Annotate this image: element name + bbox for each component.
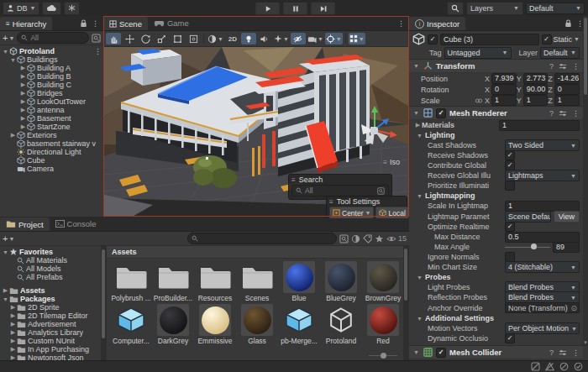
tree-item-basement[interactable]: ▶Basement (0, 114, 103, 123)
audio-toggle-button[interactable] (257, 33, 272, 45)
tree-item-exteriors[interactable]: ▶Exteriors (0, 131, 103, 139)
account-button[interactable]: DB ▼ (3, 2, 39, 15)
tag-dropdown[interactable]: Untagged▼ (444, 47, 512, 59)
tree-item-advertisement[interactable]: ▶Advertisement (0, 320, 101, 328)
foldout-arrow[interactable]: ▼ (412, 110, 420, 116)
optimize-realtime-checkbox[interactable]: ✓ (505, 222, 515, 232)
save-search-icon[interactable] (375, 234, 384, 244)
asset-item[interactable]: BrownGrey (362, 261, 404, 302)
add-object-button[interactable]: +▼ (3, 33, 14, 43)
hand-tool-button[interactable] (106, 33, 121, 45)
tab-console[interactable]: Console (50, 217, 102, 231)
kebab-menu-icon[interactable]: ⋮ (92, 19, 99, 28)
transform-header[interactable]: ▼ Transform ? ⋮ (409, 59, 583, 73)
tree-item-buildings[interactable]: ▼Buildings (0, 55, 103, 64)
tab-inspector[interactable]: i Inspector (409, 17, 465, 30)
tree-item-all-materials[interactable]: All Materials (0, 256, 101, 265)
tab-scene[interactable]: Scene (103, 17, 148, 30)
draw-mode-dropdown[interactable]: ▼ (207, 33, 224, 45)
max-angle-slider[interactable] (505, 243, 550, 251)
presets-icon[interactable] (559, 62, 567, 71)
scrollbar-thumb[interactable] (404, 249, 407, 301)
status-muted-log-icon[interactable] (531, 362, 540, 371)
help-icon[interactable]: ? (549, 348, 554, 357)
tab-game[interactable]: Game (148, 16, 195, 30)
mesh-collider-header[interactable]: ▼ ✓ Mesh Collider ? ⋮ (409, 345, 583, 359)
component-enabled-checkbox[interactable]: ✓ (436, 108, 446, 118)
help-icon[interactable]: ? (549, 62, 554, 71)
active-checkbox[interactable]: ✓ (428, 34, 438, 45)
search-window-icon[interactable] (377, 187, 385, 195)
component-enabled-checkbox[interactable]: ✓ (436, 348, 446, 358)
scrollbar-down-arrow[interactable]: ▼ (583, 340, 588, 345)
effects-dropdown[interactable]: ▼ (273, 33, 290, 45)
scale-tool-button[interactable] (154, 33, 169, 45)
inspector-scrollbar[interactable]: ▼ (583, 16, 588, 346)
camera-dropdown[interactable]: ▼ (307, 33, 324, 45)
link-scale-icon[interactable] (475, 97, 483, 105)
tree-item-custom-nunit[interactable]: ▶Custom NUnit (0, 337, 101, 345)
tree-item-packages[interactable]: ▼Packages (0, 295, 101, 303)
kebab-menu-icon[interactable]: ⋮ (572, 62, 580, 71)
presets-icon[interactable] (559, 348, 567, 357)
cast-shadows-dropdown[interactable]: Two Sided▼ (505, 139, 580, 151)
asset-item[interactable]: pb-Merge... (278, 304, 320, 345)
object-picker-icon[interactable]: ⊙ (570, 304, 577, 312)
asset-item[interactable]: Emmissive (194, 304, 236, 345)
step-button[interactable] (311, 2, 336, 15)
create-asset-button[interactable]: +▼ (3, 233, 14, 244)
receive-gi-dropdown[interactable]: Lightmaps▼ (505, 170, 580, 181)
drag-handle-icon[interactable]: ≡ (291, 176, 296, 184)
tree-item-antenna[interactable]: ▶antenna (0, 106, 103, 114)
tree-item-bridges[interactable]: ▶Bridges (0, 89, 103, 97)
assets-breadcrumb[interactable]: Assets (107, 246, 409, 259)
tab-project[interactable]: Project (0, 217, 50, 231)
lighting-toggle-button[interactable] (241, 33, 256, 45)
move-tool-button[interactable] (122, 33, 137, 45)
filter-label-icon[interactable] (363, 234, 372, 244)
scene-visibility-button[interactable] (291, 33, 306, 45)
tree-item-assets[interactable]: ▶Assets (0, 286, 101, 295)
gizmos-dropdown[interactable]: ▼ (325, 33, 343, 45)
status-muted-warning-icon[interactable] (545, 362, 554, 371)
rotation-y-field[interactable]: 90.00 (523, 84, 549, 95)
asset-item[interactable]: Resources (194, 261, 236, 302)
receive-shadows-checkbox[interactable]: ✓ (505, 150, 515, 160)
tree-item-favorites[interactable]: ▼Favorites (0, 248, 101, 256)
view-button[interactable]: View (554, 211, 580, 223)
tree-item-protoland[interactable]: ▼ Protoland ⋮ (0, 47, 103, 55)
scrollbar-thumb[interactable] (102, 249, 105, 338)
tree-item-lookouttower[interactable]: ▶LookOutTower (0, 97, 103, 106)
tab-hierarchy[interactable]: ≡ Hierarchy (0, 17, 52, 30)
project-search-input[interactable] (187, 233, 337, 244)
lightmapping-foldout[interactable]: ▼Lightmapping (409, 191, 583, 201)
lock-icon[interactable] (80, 19, 87, 28)
static-checkbox[interactable]: ✓ (542, 34, 552, 45)
reflection-probes-dropdown[interactable]: Blend Probes▼ (505, 291, 580, 303)
asset-item[interactable]: Glass (236, 304, 278, 345)
foldout-arrow[interactable]: ▶ (414, 122, 422, 128)
anchor-override-field[interactable]: None (Transform) ⊙ (505, 302, 580, 313)
grid-visibility-dropdown[interactable]: ▼ (349, 33, 365, 45)
filter-type-icon[interactable] (351, 234, 360, 244)
tree-item-directional-light[interactable]: Directional Light (0, 148, 103, 156)
drag-handle-icon[interactable]: ≡ (329, 198, 333, 206)
tree-item-startzone[interactable]: ▶StartZone (0, 123, 103, 131)
thumbnail-zoom-slider[interactable] (369, 352, 397, 359)
mesh-renderer-header[interactable]: ▼ ✓ Mesh Renderer ? ⋮ (409, 106, 583, 120)
scene-viewport[interactable]: ≡ Iso ≡ Search All ≡ (104, 47, 408, 218)
tree-item-basement-stairway[interactable]: basement stairway v (0, 139, 103, 148)
hidden-count-button[interactable]: 15 (386, 234, 407, 243)
layout-dropdown[interactable]: Default ▼ (526, 3, 585, 14)
motion-vectors-dropdown[interactable]: Per Object Motion▼ (505, 322, 580, 334)
asset-item[interactable]: ProBuilder... (152, 261, 194, 302)
scale-z-field[interactable]: 1 (554, 95, 580, 106)
project-tree-scrollbar[interactable] (101, 246, 107, 362)
position-x-field[interactable]: 7.939 (491, 73, 517, 84)
scale-x-field[interactable]: 1 (491, 95, 517, 106)
tree-item-2d-tilemap[interactable]: ▶2D Tilemap Editor (0, 312, 101, 320)
status-muted-error-icon[interactable] (559, 362, 569, 371)
position-z-field[interactable]: -14.26 (554, 73, 580, 84)
dynamic-occlusion-checkbox[interactable]: ✓ (505, 333, 515, 343)
kebab-menu-icon[interactable]: ⋮ (397, 19, 405, 28)
